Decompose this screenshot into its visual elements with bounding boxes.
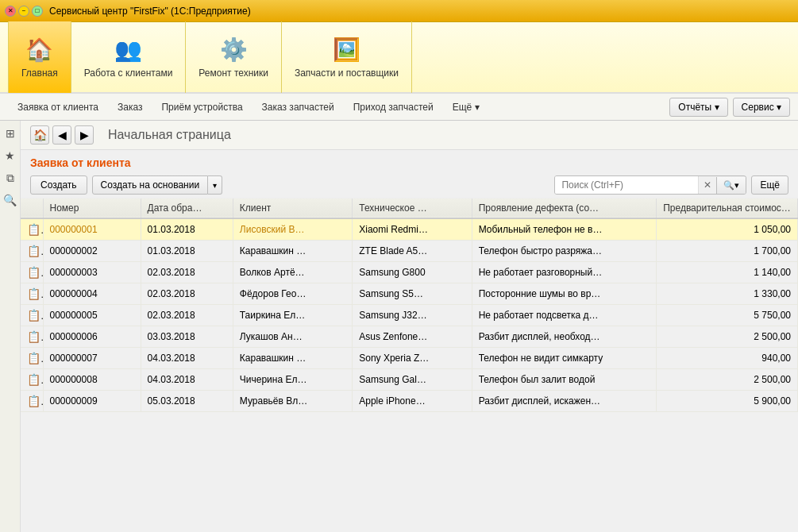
table-row[interactable]: 📋00000000603.03.2018Лукашов Ан…Asus Zenf… xyxy=(21,326,798,348)
table-row[interactable]: 📋00000000402.03.2018Фёдоров Гео…Samsung … xyxy=(21,283,798,305)
row-cost: 940,00 xyxy=(657,348,798,369)
col-header-1[interactable]: Дата обра… xyxy=(141,199,233,218)
table-row[interactable]: 📋00000000201.03.2018Каравашкин …ZTE Blad… xyxy=(21,241,798,262)
row-client: Лисовский В… xyxy=(233,218,352,241)
app-title: Сервисный центр "FirstFix" (1С:Предприят… xyxy=(49,6,251,17)
nav-link-4[interactable]: Приход запчастей xyxy=(344,97,443,118)
action-bar: Создать Создать на основании ▾ ✕ 🔍▾ Ещё xyxy=(21,172,798,199)
sidebar-apps-icon[interactable]: ⊞ xyxy=(2,125,18,141)
row-number: 000000006 xyxy=(43,326,141,348)
back-btn[interactable]: ◀ xyxy=(52,125,71,145)
table-row[interactable]: 📋00000000905.03.2018Муравьёв Вл…Apple iP… xyxy=(21,391,798,412)
row-tech: Xiaomi Redmi… xyxy=(353,218,472,241)
section-title: Заявка от клиента xyxy=(21,150,798,172)
row-tech: Samsung G800 xyxy=(353,262,472,283)
row-date: 03.03.2018 xyxy=(141,326,233,348)
row-tech: Sony Xperia Z… xyxy=(353,348,472,369)
create-from-base-split: Создать на основании ▾ xyxy=(92,175,223,195)
row-date: 05.03.2018 xyxy=(141,391,233,412)
search-clear-btn[interactable]: ✕ xyxy=(698,176,716,194)
toolbar-item-home[interactable]: 🏠Главная xyxy=(8,21,71,93)
sidebar-star-icon[interactable]: ★ xyxy=(2,148,18,164)
home-nav-btn[interactable]: 🏠 xyxy=(30,125,49,145)
row-icon-cell: 📋 xyxy=(21,262,43,283)
row-defect: Не работает подсветка д… xyxy=(472,305,656,326)
page-header: 🏠 ◀ ▶ Начальная страница xyxy=(21,121,798,150)
sidebar-search-icon[interactable]: 🔍 xyxy=(2,192,18,208)
row-date: 04.03.2018 xyxy=(141,348,233,369)
table-row[interactable]: 📋00000000804.03.2018Чичерина Ел…Samsung … xyxy=(21,369,798,391)
col-header-0[interactable]: Номер xyxy=(43,199,141,218)
row-cost: 2 500,00 xyxy=(657,369,798,391)
nav-link-0[interactable]: Заявка от клиента xyxy=(8,97,108,118)
nav-link-5[interactable]: Ещё ▾ xyxy=(443,97,489,118)
row-number: 000000001 xyxy=(43,218,141,241)
row-client: Каравашкин … xyxy=(233,241,352,262)
minimize-btn[interactable]: − xyxy=(18,6,29,17)
row-number: 000000009 xyxy=(43,391,141,412)
row-client: Лукашов Ан… xyxy=(233,326,352,348)
nav-btn-0[interactable]: Отчёты ▾ xyxy=(669,98,727,117)
more-button[interactable]: Ещё xyxy=(751,175,788,195)
row-icon-cell: 📋 xyxy=(21,241,43,262)
breadcrumb-nav: 🏠 ◀ ▶ xyxy=(30,125,94,145)
table-row[interactable]: 📋00000000302.03.2018Волков Артё…Samsung … xyxy=(21,262,798,283)
row-number: 000000007 xyxy=(43,348,141,369)
nav-buttons: Отчёты ▾Сервис ▾ xyxy=(669,98,790,117)
title-bar-controls[interactable]: ✕ − □ xyxy=(5,6,43,17)
parts-label: Запчасти и поставщики xyxy=(295,67,399,79)
nav-link-1[interactable]: Заказ xyxy=(108,97,152,118)
search-execute-btn[interactable]: 🔍▾ xyxy=(716,177,746,194)
col-header-5[interactable]: Предварительная стоимост… xyxy=(657,199,798,218)
row-tech: ZTE Blade A5… xyxy=(353,241,472,262)
toolbar-item-parts[interactable]: 🖼️Запчасти и поставщики xyxy=(282,21,412,93)
create-button[interactable]: Создать xyxy=(30,175,87,195)
row-client: Таиркина Ел… xyxy=(233,305,352,326)
repair-label: Ремонт техники xyxy=(199,67,268,79)
title-bar: ✕ − □ Сервисный центр "FirstFix" (1С:Пре… xyxy=(0,0,798,22)
col-header-4[interactable]: Проявление дефекта (со… xyxy=(472,199,656,218)
row-tech: Samsung S5… xyxy=(353,283,472,305)
row-client: Муравьёв Вл… xyxy=(233,391,352,412)
nav-link-2[interactable]: Приём устройства xyxy=(152,97,252,118)
search-input[interactable] xyxy=(555,176,698,194)
row-defect: Разбит дисплей, искажен… xyxy=(472,391,656,412)
create-base-dropdown[interactable]: ▾ xyxy=(208,175,222,195)
row-date: 02.03.2018 xyxy=(141,283,233,305)
nav-bar: Заявка от клиентаЗаказПриём устройстваЗа… xyxy=(0,94,798,121)
row-defect: Телефон быстро разряжа… xyxy=(472,241,656,262)
sidebar-copy-icon[interactable]: ⧉ xyxy=(2,170,18,186)
nav-btn-1[interactable]: Сервис ▾ xyxy=(733,98,790,117)
create-base-button[interactable]: Создать на основании xyxy=(92,175,209,195)
maximize-btn[interactable]: □ xyxy=(32,6,43,17)
row-status-icon: 📋 xyxy=(27,330,43,343)
col-header-2[interactable]: Клиент xyxy=(233,199,352,218)
row-cost: 1 330,00 xyxy=(657,283,798,305)
row-cost: 5 750,00 xyxy=(657,305,798,326)
row-cost: 1 700,00 xyxy=(657,241,798,262)
toolbar-item-repair[interactable]: ⚙️Ремонт техники xyxy=(186,21,282,93)
table-row[interactable]: 📋00000000502.03.2018Таиркина Ел…Samsung … xyxy=(21,305,798,326)
row-icon-cell: 📋 xyxy=(21,369,43,391)
row-tech: Samsung J32… xyxy=(353,305,472,326)
table-row[interactable]: 📋00000000101.03.2018Лисовский В…Xiaomi R… xyxy=(21,218,798,241)
row-status-icon: 📋 xyxy=(27,395,43,407)
row-icon-cell: 📋 xyxy=(21,391,43,412)
forward-btn[interactable]: ▶ xyxy=(75,125,94,145)
home-label: Главная xyxy=(21,67,58,79)
table-header: НомерДата обра…КлиентТехническое …Проявл… xyxy=(21,199,798,218)
main-toolbar: 🏠Главная👥Работа с клиентами⚙️Ремонт техн… xyxy=(0,22,798,94)
row-date: 01.03.2018 xyxy=(141,241,233,262)
row-tech: Samsung Gal… xyxy=(353,369,472,391)
home-icon: 🏠 xyxy=(25,37,53,63)
row-date: 01.03.2018 xyxy=(141,218,233,241)
toolbar-item-clients[interactable]: 👥Работа с клиентами xyxy=(71,21,187,93)
col-header-3[interactable]: Техническое … xyxy=(353,199,472,218)
table-row[interactable]: 📋00000000704.03.2018Каравашкин …Sony Xpe… xyxy=(21,348,798,369)
nav-link-3[interactable]: Заказ запчастей xyxy=(253,97,344,118)
left-sidebar: ⊞ ★ ⧉ 🔍 xyxy=(0,121,21,532)
row-tech: Apple iPhone… xyxy=(353,391,472,412)
col-header-icon xyxy=(21,199,43,218)
parts-icon: 🖼️ xyxy=(333,37,360,63)
close-btn[interactable]: ✕ xyxy=(5,6,16,17)
